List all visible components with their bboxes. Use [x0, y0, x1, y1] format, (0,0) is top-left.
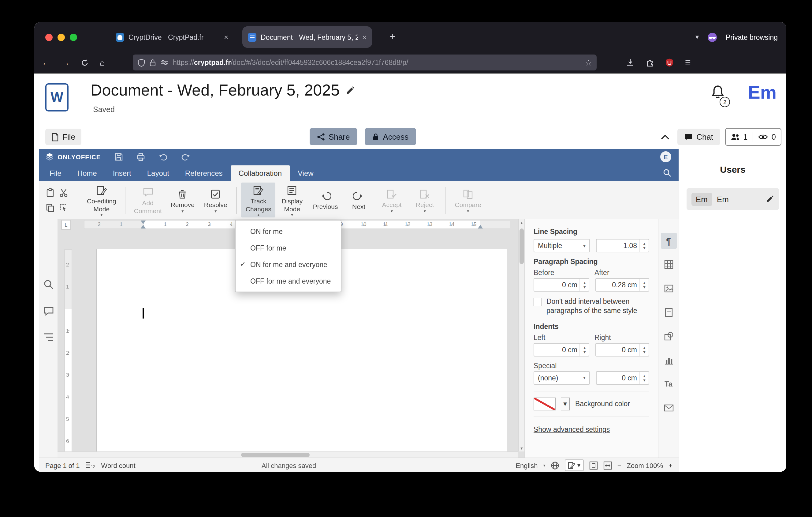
participants-button[interactable]: 1 0 [725, 128, 781, 146]
special-select[interactable]: (none) ▾ [533, 371, 589, 385]
vertical-scrollbar[interactable]: ▲ ▼ [518, 219, 524, 452]
edit-title-pencil-icon[interactable] [346, 86, 355, 95]
spin-up-icon[interactable]: ▴ [643, 281, 645, 284]
left-indent-marker[interactable] [141, 225, 146, 228]
extensions-puzzle-icon[interactable] [646, 58, 655, 67]
chart-settings-icon[interactable] [661, 352, 676, 368]
spin-up-icon[interactable]: ▴ [583, 281, 586, 284]
browser-tab-cryptdrive[interactable]: CryptDrive - CryptPad.fr × [110, 26, 234, 48]
spin-down-icon[interactable]: ▾ [643, 246, 645, 249]
fit-page-icon[interactable] [589, 461, 598, 469]
cut-icon[interactable] [58, 186, 70, 199]
zoom-level[interactable]: Zoom 100% [627, 462, 663, 469]
compare-button[interactable]: Compare ▾ [451, 187, 486, 214]
copy-icon[interactable] [44, 200, 56, 214]
tracking-shield-icon[interactable] [138, 58, 145, 66]
scrollbar-thumb[interactable] [241, 453, 310, 457]
indent-right-spinner[interactable]: 0 cm ▴▾ [596, 343, 649, 356]
table-settings-icon[interactable] [661, 257, 676, 273]
browser-tab-document[interactable]: Document - Wed, February 5, 2 × [242, 26, 372, 48]
spacing-after-spinner[interactable]: 0.28 cm ▴▾ [596, 278, 649, 292]
spin-down-icon[interactable]: ▾ [643, 379, 645, 382]
find-icon[interactable] [43, 279, 54, 290]
window-controls[interactable] [45, 34, 77, 41]
undo-button[interactable] [158, 153, 167, 161]
ublock-extension-icon[interactable] [665, 58, 674, 67]
paste-icon[interactable] [44, 186, 56, 199]
spin-down-icon[interactable]: ▾ [583, 285, 586, 289]
navigation-headings-icon[interactable] [43, 333, 54, 342]
collapse-toolbar-button[interactable] [658, 129, 672, 145]
chat-button[interactable]: Chat [677, 129, 720, 145]
mail-merge-settings-icon[interactable] [661, 400, 676, 416]
first-line-indent-marker[interactable] [141, 220, 146, 224]
language-select[interactable]: English [516, 462, 538, 469]
spin-up-icon[interactable]: ▴ [643, 242, 645, 245]
right-indent-marker[interactable] [478, 225, 483, 228]
show-advanced-settings-link[interactable]: Show advanced settings [533, 426, 649, 433]
spin-up-icon[interactable]: ▴ [643, 346, 645, 349]
reload-button[interactable] [81, 58, 89, 66]
account-avatar[interactable]: Em [748, 82, 777, 103]
previous-change-button[interactable]: Previous [309, 188, 342, 212]
menu-view[interactable]: View [290, 165, 322, 181]
new-tab-button[interactable]: + [390, 29, 396, 44]
resolve-comment-button[interactable]: Resolve ▾ [199, 187, 232, 214]
next-change-button[interactable]: Next [342, 188, 375, 212]
redo-button[interactable] [181, 153, 190, 161]
menu-file[interactable]: File [41, 165, 69, 181]
fit-width-icon[interactable] [603, 461, 612, 469]
edit-user-name-pencil-icon[interactable] [765, 195, 774, 203]
special-amount-spinner[interactable]: 0 cm ▴▾ [596, 371, 649, 385]
background-color-swatch[interactable] [533, 398, 556, 410]
background-color-dropdown[interactable]: ▾ [561, 398, 570, 410]
close-tab-icon[interactable]: × [224, 33, 228, 42]
horizontal-scrollbar[interactable] [58, 452, 518, 458]
menu-insert[interactable]: Insert [105, 165, 139, 181]
menu-home[interactable]: Home [69, 165, 105, 181]
spin-up-icon[interactable]: ▴ [643, 374, 645, 377]
select-all-icon[interactable] [58, 200, 70, 214]
back-button[interactable]: ← [41, 58, 50, 67]
comments-panel-icon[interactable] [43, 306, 54, 316]
indent-left-spinner[interactable]: 0 cm ▴▾ [533, 343, 589, 356]
spin-down-icon[interactable]: ▾ [643, 285, 645, 289]
menu-references[interactable]: References [177, 165, 231, 181]
spin-down-icon[interactable]: ▾ [643, 350, 645, 353]
word-count-label[interactable]: Word count [101, 462, 136, 469]
menu-hamburger-button[interactable]: ≡ [685, 58, 691, 67]
add-comment-button[interactable]: Add Comment [130, 184, 166, 216]
forward-button[interactable]: → [61, 58, 70, 67]
spin-down-icon[interactable]: ▾ [583, 350, 586, 353]
header-footer-settings-icon[interactable] [661, 304, 676, 320]
menu-item-on-for-me[interactable]: ON for me [236, 223, 341, 240]
page-indicator[interactable]: Page 1 of 1 [45, 462, 80, 469]
file-menu-button[interactable]: File [45, 129, 81, 145]
editor-user-badge[interactable]: E [660, 151, 671, 162]
scroll-up-icon[interactable]: ▲ [519, 219, 524, 226]
interval-checkbox[interactable] [533, 298, 542, 306]
zoom-window-button[interactable] [70, 34, 77, 41]
scroll-down-icon[interactable]: ▼ [519, 445, 524, 452]
minimize-window-button[interactable] [58, 34, 65, 41]
line-spacing-spinner[interactable]: 1.08 ▴▾ [596, 239, 649, 252]
save-button[interactable] [114, 153, 123, 161]
menu-item-off-for-me[interactable]: OFF for me [236, 240, 341, 256]
reject-change-button[interactable]: Reject ▾ [408, 187, 441, 214]
editor-search-icon[interactable] [663, 168, 671, 177]
menu-collaboration[interactable]: Collaboration [231, 165, 290, 181]
shape-settings-icon[interactable] [661, 328, 676, 344]
print-button[interactable] [136, 153, 145, 161]
v-ruler[interactable]: 21123456 [64, 249, 72, 458]
downloads-button[interactable] [626, 58, 635, 67]
url-text[interactable]: https://cryptpad.fr/doc/#/3/doc/edit/ff0… [173, 59, 581, 66]
spellcheck-globe-icon[interactable] [551, 461, 559, 469]
menu-item-off-for-everyone[interactable]: OFF for me and everyone [236, 273, 341, 289]
remove-comment-button[interactable]: Remove ▾ [166, 187, 199, 214]
spacing-before-spinner[interactable]: 0 cm ▴▾ [533, 278, 589, 292]
accept-change-button[interactable]: Accept ▾ [375, 187, 408, 214]
track-changes-toggle[interactable]: ▾ [565, 459, 584, 471]
text-art-settings-icon[interactable]: Ta [661, 376, 676, 392]
line-spacing-select[interactable]: Multiple ▾ [533, 239, 589, 252]
paragraph-settings-icon[interactable]: ¶ [661, 233, 676, 249]
